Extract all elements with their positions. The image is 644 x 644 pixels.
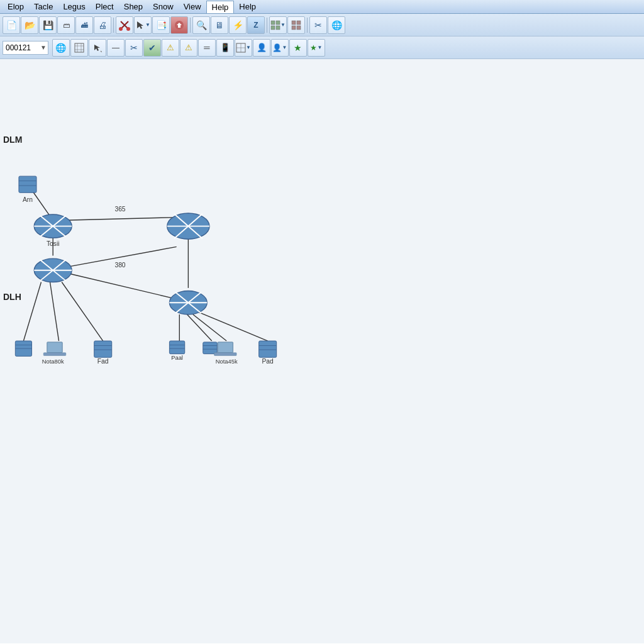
grid4-button[interactable] [70,39,88,57]
svg-rect-64 [94,341,112,357]
svg-marker-2 [137,21,143,29]
svg-rect-75 [218,342,233,353]
svg-line-35 [193,314,226,341]
menu-shep[interactable]: Shep [119,1,148,13]
menu-snow[interactable]: Snow [148,1,179,13]
canvas-area[interactable]: DLM DLH 365 380 [0,59,644,643]
new-button[interactable]: 📄 [3,16,20,34]
svg-rect-9 [297,21,301,25]
sep3 [267,18,267,33]
sep4 [307,18,308,33]
menu-help2[interactable]: Help [234,1,261,13]
saveas-button[interactable]: 🗃 [57,16,75,34]
dropdown-arrow-icon: ▼ [40,44,47,51]
cursor2-button[interactable] [89,39,106,57]
svg-text:Nota80k: Nota80k [42,358,64,365]
paste-button[interactable] [170,16,188,34]
svg-rect-6 [271,26,275,30]
sep1 [113,18,114,33]
scissors2-button[interactable]: ✂ [125,39,143,57]
grid2-button[interactable] [287,16,305,34]
svg-rect-8 [292,21,296,25]
minus-button[interactable]: — [107,39,125,57]
print-button[interactable]: 🖨 [94,16,111,34]
check-button[interactable]: ✔ [143,39,161,57]
globe-button[interactable]: 🌐 [328,16,345,34]
city-button[interactable]: 🏙 [75,16,93,34]
svg-rect-12 [75,43,84,52]
svg-text:Fad: Fad [97,358,109,365]
pointer-button[interactable]: ▼ [134,16,152,34]
lines-button[interactable]: ═ [198,39,216,57]
svg-text:365: 365 [114,206,125,213]
svg-text:Arn: Arn [23,196,33,203]
star-button[interactable]: ★ [289,39,307,57]
svg-rect-62 [43,353,66,356]
svg-text:Paal: Paal [171,355,183,361]
cut-button[interactable] [116,16,133,34]
menu-tacle[interactable]: Tacle [29,1,58,13]
svg-rect-4 [271,21,275,25]
scissors-button[interactable]: ✂ [309,16,327,34]
svg-text:380: 380 [114,262,125,269]
svg-line-30 [23,282,41,341]
tool2-button[interactable]: ▼ [235,39,252,57]
svg-line-34 [187,314,211,341]
z-button[interactable]: Z [247,16,265,34]
svg-text:Pad: Pad [262,358,274,365]
svg-rect-61 [47,342,62,353]
svg-rect-7 [276,26,280,30]
person-button[interactable]: 👤 [253,39,270,57]
svg-line-28 [68,273,180,299]
dropdown-value: 000121 [4,43,39,52]
svg-rect-78 [259,341,277,357]
globe3-button[interactable]: 🌐 [52,39,70,57]
svg-rect-37 [19,176,36,192]
id-dropdown[interactable]: 000121 ▼ [3,41,48,55]
svg-line-32 [62,282,103,341]
phone-button[interactable]: 📱 [216,39,234,57]
menu-plect[interactable]: Plect [91,1,119,13]
lightning-button[interactable]: ⚡ [229,16,247,34]
screen-button[interactable]: 🖥 [211,16,228,34]
star2-button[interactable]: ★▼ [308,39,325,57]
toolbar1: 📄 📂 💾 🗃 🏙 🖨 ▼ 📑 🔍 🖥 ⚡ Z ▼ ✂ 🌐 [0,14,644,36]
svg-text:Tosii: Tosii [47,240,60,247]
menubar: Elop Tacle Legus Plect Shep Snow View He… [0,0,644,14]
network-diagram: 365 380 Arn Tosii [0,141,365,506]
svg-line-18 [101,51,102,52]
svg-rect-68 [169,341,184,354]
svg-rect-72 [203,342,217,354]
svg-rect-10 [292,26,296,30]
open-button[interactable]: 📂 [21,16,38,34]
svg-rect-11 [297,26,301,30]
svg-rect-76 [214,353,237,356]
zoom-button[interactable]: 🔍 [192,16,210,34]
toolbar2: 000121 ▼ 🌐 — ✂ ✔ ⚠ ⚠ ═ 📱 ▼ 👤 👤▼ ★ ★▼ [0,36,644,59]
menu-legus[interactable]: Legus [58,1,90,13]
svg-text:Nota45k: Nota45k [216,358,238,365]
svg-point-0 [119,27,123,31]
copy-button[interactable]: 📑 [152,16,170,34]
sep2 [190,18,191,33]
save-button[interactable]: 💾 [39,16,57,34]
person2-button[interactable]: 👤▼ [271,39,289,57]
warn1-button[interactable]: ⚠ [162,39,179,57]
svg-point-1 [126,27,130,31]
menu-view[interactable]: View [179,1,206,13]
warn2-button[interactable]: ⚠ [180,39,197,57]
menu-help1[interactable]: Help [206,1,235,13]
menu-elop[interactable]: Elop [3,1,29,13]
grid-button[interactable]: ▼ [269,16,287,34]
svg-line-31 [50,282,59,341]
svg-marker-17 [94,45,100,51]
svg-rect-5 [276,21,280,25]
svg-line-23 [65,218,177,221]
